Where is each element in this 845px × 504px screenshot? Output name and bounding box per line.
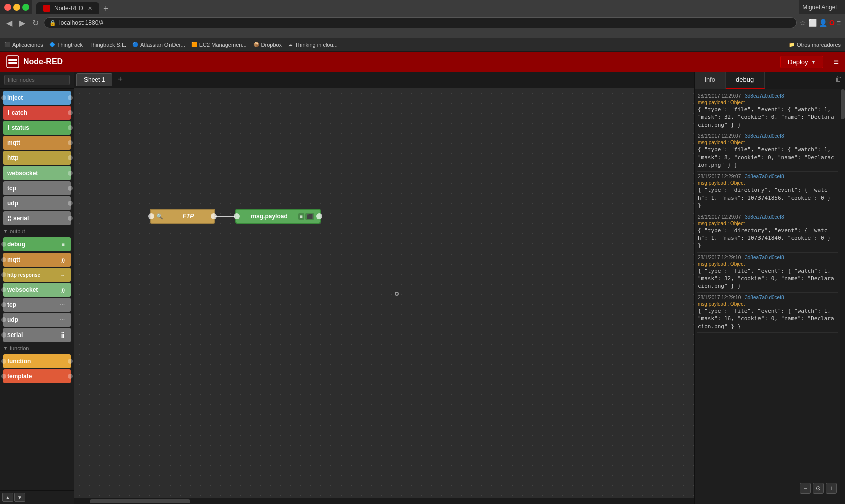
ftp-label: FTP [165, 213, 211, 220]
forward-button[interactable]: ▶ [17, 17, 27, 29]
right-panel-scrollbar[interactable] [840, 89, 845, 504]
debug-payload-label-1[interactable]: msg.payload : Object [698, 100, 837, 105]
menu-icon[interactable]: ≡ [837, 19, 841, 27]
star-icon[interactable]: ☆ [800, 19, 806, 27]
nr-menu-button[interactable]: ≡ [833, 57, 839, 67]
address-bar[interactable]: 🔒 localhost:1880/# [44, 17, 797, 28]
cursor-pointer [395, 292, 399, 296]
bookmark-aplicaciones[interactable]: ⬛ Aplicaciones [4, 42, 43, 48]
port-right-icon [68, 95, 73, 100]
close-button[interactable] [4, 4, 11, 11]
bookmark-atlassian[interactable]: 🔵 Atlassian OnDer... [132, 42, 185, 48]
bookmark-dropbox[interactable]: 📦 Dropbox [253, 42, 282, 48]
tab-info[interactable]: info [695, 72, 726, 89]
title-bar: Node-RED ✕ + Miguel Angel [0, 0, 845, 14]
exclaim-icon: ! [7, 109, 10, 117]
node-label-mqtt-out: mqtt [7, 256, 59, 263]
node-item-mqtt-out[interactable]: mqtt )) [3, 253, 71, 267]
category-function-label: function [10, 345, 29, 351]
node-label-inject: inject [7, 94, 67, 101]
bookmark-others[interactable]: 📁 Otros marcadores [789, 42, 841, 48]
canvas-node-ftp[interactable]: 🔍 FTP [150, 209, 215, 224]
canvas-hscroll-thumb[interactable] [90, 499, 190, 503]
svg-rect-0 [7, 56, 19, 68]
node-item-tcp-out[interactable]: tcp ⋯ [3, 298, 71, 312]
bookmark-ec2[interactable]: 🟧 EC2 Managemen... [191, 42, 247, 48]
node-item-status[interactable]: ! status [3, 121, 71, 135]
opera-icon[interactable]: O [829, 19, 835, 27]
maximize-button[interactable] [22, 4, 29, 11]
node-item-http-response[interactable]: http response → [3, 268, 71, 282]
canvas-tab-sheet1[interactable]: Sheet 1 [76, 73, 112, 86]
node-item-mqtt-in[interactable]: mqtt [3, 136, 71, 150]
debug-content-2: { "type": "file", "event": { "watch": 1,… [698, 146, 837, 169]
canvas[interactable]: 🔍 FTP msg.payload ≡ ⬛ [74, 88, 694, 498]
node-item-inject[interactable]: inject [3, 91, 71, 105]
scroll-up-button[interactable]: ▲ [2, 493, 13, 502]
debug-id-6: 3d8ea7a0.d0cef8 [745, 295, 784, 300]
profile-icon[interactable]: 👤 [819, 19, 827, 27]
node-item-debug-out[interactable]: debug ≡ [3, 237, 71, 251]
add-sheet-button[interactable]: + [114, 74, 126, 85]
canvas-hscroll[interactable] [74, 498, 694, 504]
bookmark-thingtrack[interactable]: 🔷 Thingtrack [49, 42, 83, 48]
port-right-icon [68, 359, 73, 364]
debug-message-3: 28/1/2017 12:29:07 3d8ea7a0.d0cef8 msg.p… [697, 172, 838, 212]
node-item-udp-in[interactable]: udp [3, 196, 71, 210]
debug-msg-header-2: 28/1/2017 12:29:07 3d8ea7a0.d0cef8 [698, 133, 837, 139]
canvas-node-msg-payload[interactable]: msg.payload ≡ ⬛ [235, 209, 321, 224]
deploy-button[interactable]: Deploy ▼ [780, 56, 823, 68]
debug-payload-label-4[interactable]: msg.payload : Object [698, 221, 837, 226]
right-panel-scrollbar-thumb[interactable] [841, 89, 845, 119]
node-label-udp: udp [7, 200, 67, 207]
node-label-websocket-out: websocket [7, 286, 59, 293]
minimize-button[interactable] [13, 4, 20, 11]
node-item-serial-in[interactable]: ⣿ serial [3, 211, 71, 225]
nr-title: Node-RED [23, 57, 63, 66]
node-item-function[interactable]: function [3, 354, 71, 368]
extensions-icon[interactable]: ⬜ [808, 19, 817, 27]
node-item-tcp-in[interactable]: tcp [3, 181, 71, 195]
debug-timestamp-6: 28/1/2017 12:29:10 [698, 295, 741, 300]
node-item-websocket-out[interactable]: websocket )) [3, 283, 71, 297]
node-item-template[interactable]: template [3, 369, 71, 383]
debug-payload-label-5[interactable]: msg.payload : Object [698, 261, 837, 267]
dropbox-icon: 📦 [253, 42, 259, 47]
node-label-status: status [12, 124, 67, 131]
window-controls [4, 4, 29, 11]
right-panel-tabs: info debug 🗑 [695, 72, 845, 89]
reload-button[interactable]: ↻ [30, 17, 41, 29]
debug-message-4: 28/1/2017 12:29:07 3d8ea7a0.d0cef8 msg.p… [697, 212, 838, 253]
bookmark-thingtrack-sl[interactable]: Thingtrack S.L. [89, 42, 126, 48]
tab-close-icon[interactable]: ✕ [88, 5, 92, 12]
debug-payload-label-2[interactable]: msg.payload : Object [698, 140, 837, 145]
port-left-icon [1, 287, 6, 292]
new-tab-icon[interactable]: + [99, 4, 113, 14]
node-item-udp-out[interactable]: udp ⋯ [3, 313, 71, 327]
port-left-icon [1, 242, 6, 247]
debug-payload-label-3[interactable]: msg.payload : Object [698, 180, 837, 186]
debug-payload-label-6[interactable]: msg.payload : Object [698, 301, 837, 307]
port-right-icon [68, 110, 73, 115]
thinking-icon: ☁ [288, 42, 293, 47]
node-item-websocket-in[interactable]: websocket [3, 166, 71, 180]
search-input[interactable] [4, 75, 70, 85]
browser-tab[interactable]: Node-RED ✕ [36, 2, 99, 14]
node-item-http-in[interactable]: http [3, 151, 71, 165]
category-output[interactable]: ▼ output [0, 226, 74, 236]
clear-debug-button[interactable]: 🗑 [835, 75, 842, 83]
debug-id-1: 3d8ea7a0.d0cef8 [745, 93, 784, 99]
node-item-serial-out[interactable]: serial ⣿ [3, 328, 71, 342]
category-function[interactable]: ▼ function [0, 343, 74, 353]
port-left-icon [1, 257, 6, 262]
lock-icon: 🔒 [49, 20, 56, 26]
debug-message-6: 28/1/2017 12:29:10 3d8ea7a0.d0cef8 msg.p… [697, 293, 838, 333]
bookmark-thinking[interactable]: ☁ Thinking in clou... [288, 42, 338, 48]
node-label-mqtt: mqtt [7, 139, 67, 146]
scroll-down-button[interactable]: ▼ [14, 493, 25, 502]
back-button[interactable]: ◀ [4, 17, 14, 29]
sheet-tab-label: Sheet 1 [84, 76, 105, 83]
tab-debug[interactable]: debug [726, 72, 765, 89]
node-item-catch[interactable]: ! catch [3, 106, 71, 120]
tab-bar: Node-RED ✕ + [32, 0, 799, 14]
